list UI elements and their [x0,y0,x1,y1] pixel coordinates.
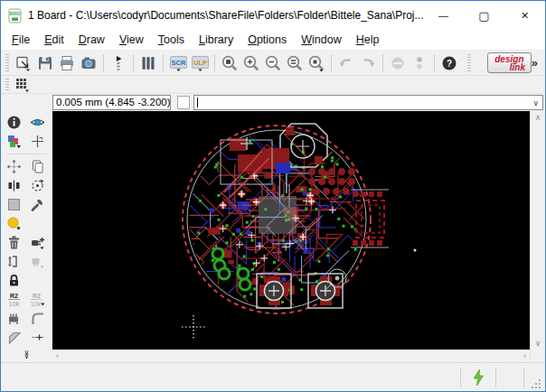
switch-board-button[interactable] [108,52,129,74]
menu-draw[interactable]: Draw [71,31,112,49]
open-icon [14,54,33,72]
lock-tool[interactable] [4,271,25,290]
optimize-icon [30,330,45,345]
copy-icon [30,159,45,174]
pad-grid-upper-right [308,168,355,195]
cam-processor-button[interactable] [78,52,99,74]
toolbar-overflow-chevron[interactable]: » [532,56,538,70]
toolbar-separator [434,54,435,72]
toolbar-drag-handle[interactable] [5,79,9,90]
zoom-fit-button[interactable] [219,52,240,74]
command-bar: 0.005 mm (4.845 -3.200) ∨ [1,94,545,111]
help-icon: ? [440,54,458,72]
miter-sharp-tool[interactable] [4,328,25,347]
menu-options[interactable]: Options [240,31,294,49]
open-button[interactable] [13,52,34,74]
delete-tool[interactable] [4,233,25,252]
undo-button[interactable] [335,52,357,74]
paste-icon [6,216,22,231]
zoom-redraw-button[interactable] [284,52,306,74]
design-link-button[interactable]: design link [487,52,532,73]
menu-tools[interactable]: Tools [151,31,192,49]
toolbar-drag-handle[interactable] [5,54,9,71]
origin-crosshair [182,315,205,339]
maximize-button[interactable]: ▢ [464,1,504,30]
grid-toolbar [1,76,545,94]
move-icon [6,159,22,174]
svg-text:10k: 10k [9,301,20,307]
value-tool[interactable]: R210k [27,290,49,309]
move-tool[interactable] [4,157,25,176]
menu-view[interactable]: View [112,31,151,49]
add-tool[interactable] [27,233,49,252]
group-tool[interactable] [4,195,25,214]
vertical-scrollbar[interactable]: ∧ ∨ [531,111,545,350]
traffic-light-button[interactable] [409,52,430,74]
lightning-icon [471,369,485,387]
print-button[interactable] [56,52,78,74]
svg-text:BRD: BRD [10,11,21,16]
name-icon: R210k [5,292,23,308]
divider [523,368,524,387]
name-tool[interactable]: R210k [4,290,25,309]
scroll-up-icon[interactable]: ∧ [535,113,541,122]
zoom-select-icon [307,54,325,72]
menu-bar: File Edit Draw View Tools Library Option… [1,30,545,51]
menu-edit[interactable]: Edit [37,31,71,49]
pinswap-tool[interactable] [4,252,25,271]
close-button[interactable]: ✕ [504,1,545,30]
menu-window[interactable]: Window [294,31,348,49]
library-button[interactable] [137,52,159,74]
smash-tool[interactable] [4,309,25,328]
copy-tool[interactable] [27,157,49,176]
zoom-select-button[interactable] [306,52,327,74]
show-icon [30,115,45,130]
display-layers-tool[interactable] [4,132,25,151]
zoom-in-button[interactable] [240,52,262,74]
info-tool[interactable] [4,113,25,132]
scroll-down-icon[interactable]: ∨ [535,339,541,348]
svg-text:ULP: ULP [193,59,207,67]
chevron-down-icon[interactable]: ∨ [532,98,542,107]
miter-tool[interactable] [27,309,49,328]
board-canvas[interactable] [52,111,530,350]
miter-sharp-icon [6,330,22,345]
svg-text:R2: R2 [10,293,18,299]
stop-button[interactable] [387,52,409,74]
toolbar-drag-handle[interactable] [467,54,471,71]
rotate-tool[interactable] [27,176,49,195]
command-mini-button[interactable] [177,96,190,109]
tool-palette: R210k R210k ∨ ∨ [1,111,52,362]
paste-tool[interactable] [4,214,25,233]
horizontal-scrollbar[interactable]: ‹ › [52,350,530,361]
redo-button[interactable] [357,52,379,74]
grid-button[interactable] [13,77,33,93]
toolbar-separator [103,54,104,72]
replace-tool[interactable] [27,252,49,271]
save-button[interactable] [34,52,56,74]
replace-icon [30,254,45,269]
scroll-right-icon[interactable]: › [523,351,526,360]
scroll-left-icon[interactable]: ‹ [56,351,59,360]
menu-help[interactable]: Help [349,31,387,49]
rotate-icon [30,178,45,193]
mark-tool[interactable] [27,132,49,151]
show-tool[interactable] [27,113,49,132]
resize-grip[interactable] [530,378,542,390]
zoom-out-button[interactable] [262,52,284,74]
text-caret [197,98,198,107]
run-ulp-button[interactable]: ULP [189,52,211,74]
palette-expander[interactable]: ∨ ∨ [1,351,52,362]
change-icon [30,197,45,212]
mirror-tool[interactable] [4,176,25,195]
coordinate-display: 0.005 mm (4.845 -3.200) [52,95,171,110]
application-window: BRD 1 Board - C:\Users\codyr\Documents\S… [0,0,546,392]
menu-library[interactable]: Library [192,31,240,49]
command-input[interactable]: ∨ [193,95,543,110]
run-script-button[interactable]: SCR [167,52,189,74]
minimize-button[interactable]: — [423,1,464,30]
help-button[interactable]: ? [438,52,460,74]
menu-file[interactable]: File [5,31,37,49]
change-tool[interactable] [27,195,49,214]
optimize-tool[interactable] [27,328,49,347]
